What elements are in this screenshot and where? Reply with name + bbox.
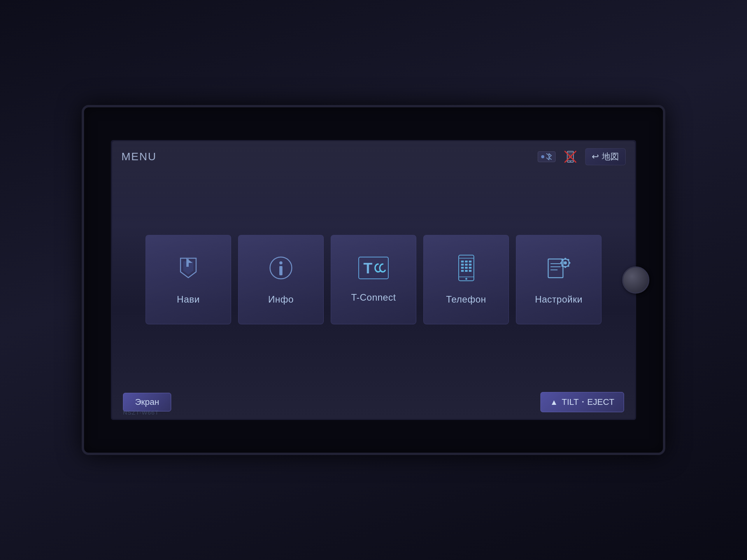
screen-wrapper: MENU (111, 140, 636, 420)
model-number: NSZT-W66T (123, 409, 159, 416)
svg-rect-31 (461, 270, 464, 272)
info-label: Инфо (268, 294, 294, 305)
menu-grid: Нави Инфо (121, 173, 626, 386)
top-icons: ↩ 地図 (538, 148, 626, 165)
svg-rect-45 (567, 259, 570, 261)
phone-label: Телефон (446, 294, 486, 305)
tilt-eject-button[interactable]: ▲ TILT・EJECT (540, 392, 624, 412)
svg-rect-25 (461, 264, 464, 266)
no-phone-icon (563, 150, 577, 164)
svg-rect-34 (548, 259, 563, 278)
tilt-eject-label: TILT・EJECT (562, 396, 614, 408)
tconnect-icon: T (358, 256, 389, 285)
screen: MENU (112, 141, 635, 419)
navi-label: Нави (177, 294, 200, 305)
menu-item-navi[interactable]: Нави (146, 235, 231, 324)
menu-item-settings[interactable]: Настройки (516, 235, 601, 324)
tconnect-label: T-Connect (351, 292, 396, 303)
svg-rect-33 (469, 270, 472, 272)
svg-rect-26 (465, 264, 468, 266)
ekran-button[interactable]: Экран (123, 393, 171, 411)
svg-rect-41 (565, 266, 566, 268)
svg-rect-23 (465, 261, 468, 262)
settings-icon (545, 254, 572, 287)
svg-rect-32 (465, 270, 468, 272)
svg-point-14 (279, 261, 282, 264)
info-icon (267, 254, 295, 287)
menu-item-tconnect[interactable]: T T-Connect (331, 235, 416, 324)
menu-item-phone[interactable]: Телефон (423, 235, 509, 324)
svg-rect-27 (469, 264, 472, 266)
svg-rect-29 (465, 267, 468, 269)
svg-rect-28 (461, 267, 464, 269)
settings-label: Настройки (535, 294, 582, 305)
svg-point-3 (570, 161, 571, 162)
svg-rect-30 (469, 267, 472, 269)
svg-rect-22 (461, 261, 464, 262)
svg-rect-43 (568, 262, 570, 264)
svg-rect-47 (567, 265, 570, 267)
svg-point-39 (564, 261, 567, 264)
phone-icon (456, 254, 477, 287)
top-bar: MENU (121, 148, 626, 165)
bottom-bar: Экран ▲ TILT・EJECT (121, 392, 626, 413)
bluetooth-icon (546, 153, 552, 161)
svg-text:T: T (363, 260, 372, 276)
menu-item-info[interactable]: Инфо (238, 235, 324, 324)
map-button[interactable]: ↩ 地図 (585, 148, 626, 165)
svg-rect-24 (469, 261, 472, 262)
unit-frame: MENU (82, 105, 665, 455)
no-phone-wrapper (563, 150, 577, 164)
svg-rect-40 (565, 258, 566, 260)
navi-icon (175, 254, 202, 287)
ekran-label: Экран (135, 397, 159, 407)
menu-title: MENU (121, 150, 156, 163)
map-label: 地図 (602, 151, 619, 163)
right-knob (620, 233, 651, 327)
eject-icon: ▲ (550, 398, 558, 407)
svg-marker-12 (186, 258, 193, 263)
bluetooth-indicator (538, 151, 556, 162)
map-arrow-icon: ↩ (592, 152, 599, 162)
car-unit: MENU (0, 0, 747, 560)
bluetooth-dot (541, 155, 544, 158)
knob-dial[interactable] (622, 266, 649, 294)
svg-rect-15 (279, 266, 282, 275)
svg-point-21 (465, 278, 467, 280)
svg-rect-42 (560, 262, 562, 264)
